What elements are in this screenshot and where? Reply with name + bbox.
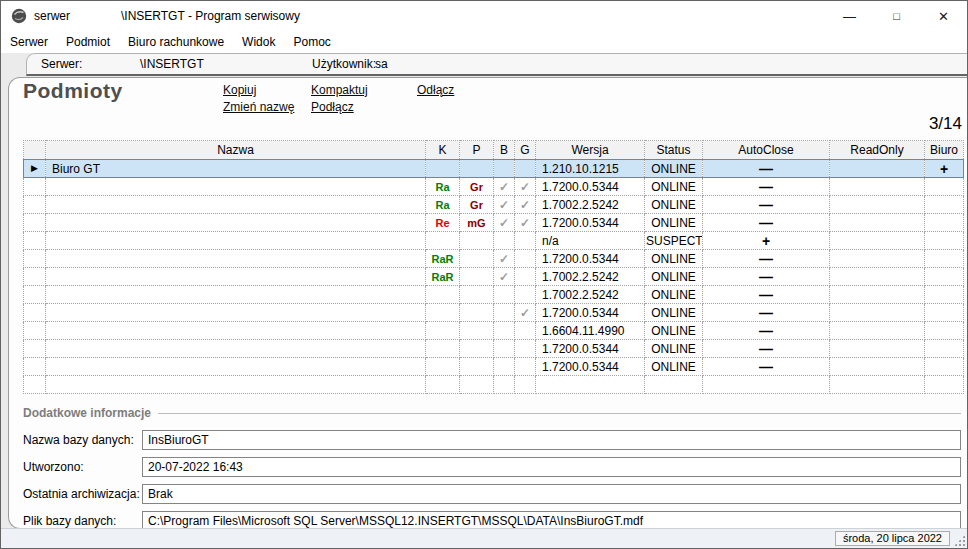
menu-podmiot[interactable]: Podmiot [57,32,119,52]
created-field[interactable]: 20-07-2022 16:43 [142,457,961,477]
cell-readonly [830,196,925,214]
cell-wersja: n/a [536,232,645,250]
cell-k: Ra [426,178,460,196]
cell-nazwa [46,358,426,376]
server-label: Serwer: [41,57,82,71]
field-row: Nazwa bazy danych: InsBiuroGT [23,430,961,450]
cell-nazwa [46,304,426,322]
cell-biuro [925,214,964,232]
field-row: Utworzono: 20-07-2022 16:43 [23,457,961,477]
row-marker-cell [24,322,46,340]
table-header-row: NazwaKPBGWersjaStatusAutoCloseReadOnlyBi… [24,141,964,160]
cell-k: Ra [426,196,460,214]
cell-wersja: 1.7002.2.5242 [536,268,645,286]
menu-serwer[interactable]: Serwer [1,32,57,52]
cell-nazwa: Biuro GT [46,160,426,178]
status-bar: środa, 20 lipca 2022 [1,528,967,548]
table-row[interactable]: RemG✓✓1.7200.0.5344ONLINE— [24,214,964,232]
row-marker-cell [24,196,46,214]
cell-nazwa [46,232,426,250]
zmien-nazwe-link[interactable]: Zmień nazwę [223,100,294,114]
cell-biuro [925,232,964,250]
row-marker-cell [24,232,46,250]
kopiuj-link[interactable]: Kopiuj [223,83,256,97]
column-header-Nazwa[interactable]: Nazwa [46,141,426,160]
minimize-button[interactable]: — [826,1,873,31]
row-marker-cell [24,340,46,358]
kompaktuj-link[interactable]: Kompaktuj [311,83,368,97]
column-header-Wersja[interactable]: Wersja [536,141,645,160]
cell-g: ✓ [515,178,536,196]
table-row[interactable]: 1.7002.2.5242ONLINE— [24,286,964,304]
menu-biuro-rachunkowe[interactable]: Biuro rachunkowe [119,32,233,52]
cell-g [515,358,536,376]
cell-nazwa [46,340,426,358]
odlacz-link[interactable]: Odłącz [417,83,454,97]
cell-autoclose: — [703,250,830,268]
cell-b: ✓ [494,268,515,286]
column-header-Status[interactable]: Status [645,141,703,160]
last-archive-label: Ostatnia archiwizacja: [23,487,142,501]
column-header-G[interactable]: G [515,141,536,160]
column-header-Biuro[interactable]: Biuro [925,141,964,160]
cell-b: ✓ [494,196,515,214]
checkmark-icon: ✓ [520,198,530,212]
cell-autoclose: — [703,340,830,358]
table-row[interactable]: RaGr✓✓1.7002.2.5242ONLINE— [24,196,964,214]
maximize-button[interactable]: □ [873,1,920,31]
cell-k [426,322,460,340]
column-header-K[interactable]: K [426,141,460,160]
column-header-marker[interactable] [24,141,46,160]
cell-nazwa [46,268,426,286]
table-row[interactable]: 1.7200.0.5344ONLINE— [24,358,964,376]
table-row[interactable]: ✓1.7200.0.5344ONLINE— [24,304,964,322]
last-archive-field[interactable]: Brak [142,484,961,504]
table-row[interactable]: RaR✓1.7002.2.5242ONLINE— [24,268,964,286]
page-title: Podmioty [23,79,123,103]
row-marker-cell [24,286,46,304]
extra-info-title: Dodatkowe informacje [23,406,151,420]
cell-status: SUSPECT [645,232,703,250]
cell-wersja: 1.7200.0.5344 [536,214,645,232]
column-header-ReadOnly[interactable]: ReadOnly [830,141,925,160]
cell-g [515,322,536,340]
row-marker-cell [24,376,46,394]
cell-b [494,340,515,358]
checkmark-icon: ✓ [520,216,530,230]
cell-autoclose: — [703,304,830,322]
column-header-B[interactable]: B [494,141,515,160]
cell-wersja: 1.7200.0.5344 [536,358,645,376]
podmioty-table: NazwaKPBGWersjaStatusAutoCloseReadOnlyBi… [23,140,964,394]
podlacz-link[interactable]: Podłącz [311,100,354,114]
checkmark-icon: ✓ [499,198,509,212]
table-row[interactable]: ▶Biuro GT1.210.10.1215ONLINE—+ [24,160,964,178]
menu-widok[interactable]: Widok [233,32,284,52]
cell-autoclose: — [703,214,830,232]
cell-g [515,268,536,286]
cell-b: ✓ [494,178,515,196]
table-row[interactable]: RaR✓1.7200.0.5344ONLINE— [24,250,964,268]
row-marker-cell [24,268,46,286]
column-header-AutoClose[interactable]: AutoClose [703,141,830,160]
checkmark-icon: ✓ [520,180,530,194]
db-name-field[interactable]: InsBiuroGT [142,430,961,450]
cell-readonly [830,376,925,394]
cell-k [426,340,460,358]
resize-grip-icon[interactable] [954,535,965,546]
menu-bar: Serwer Podmiot Biuro rachunkowe Widok Po… [1,31,967,53]
cell-autoclose: — [703,358,830,376]
cell-autoclose: — [703,178,830,196]
cell-wersja: 1.210.10.1215 [536,160,645,178]
table-row[interactable]: n/aSUSPECT+ [24,232,964,250]
table-row[interactable]: 1.7200.0.5344ONLINE— [24,340,964,358]
table-row[interactable] [24,376,964,394]
cell-g: ✓ [515,196,536,214]
cell-p: Gr [460,178,494,196]
menu-pomoc[interactable]: Pomoc [284,32,339,52]
column-header-P[interactable]: P [460,141,494,160]
table-row[interactable]: 1.6604.11.4990ONLINE— [24,322,964,340]
table-row[interactable]: RaGr✓✓1.7200.0.5344ONLINE— [24,178,964,196]
cell-readonly [830,214,925,232]
close-button[interactable]: ✕ [920,1,967,31]
cell-nazwa [46,196,426,214]
